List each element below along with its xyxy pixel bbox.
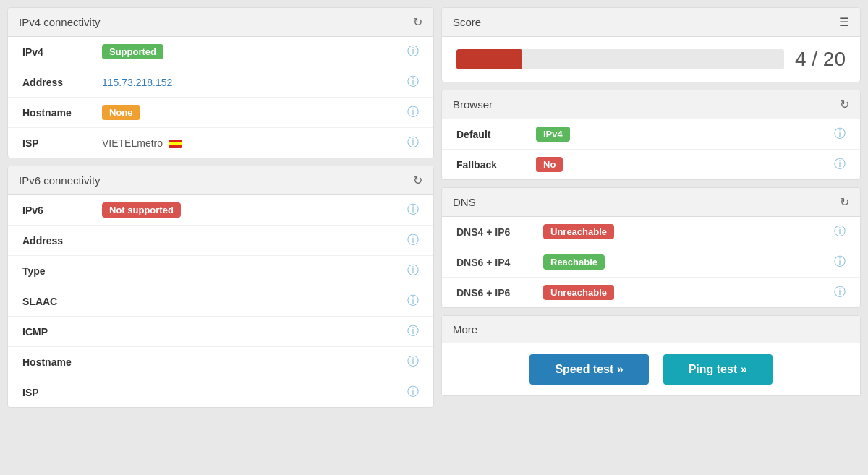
ipv6-refresh-icon[interactable]: ↻ — [413, 174, 422, 187]
dns-row-dns6-ip4: DNS6 + IP4 Reachable ⓘ — [442, 247, 860, 278]
ipv6-info-icon-4[interactable]: ⓘ — [407, 324, 419, 339]
ipv6-label-ipv6: IPv6 — [22, 205, 102, 216]
ipv6-info-icon-6[interactable]: ⓘ — [407, 385, 419, 400]
dns-info-icon-2[interactable]: ⓘ — [834, 285, 846, 300]
ipv4-label-ipv4: IPv4 — [22, 46, 102, 58]
dns-label-dns6-ip4: DNS6 + IP4 — [456, 257, 543, 268]
ipv6-info-icon-2[interactable]: ⓘ — [407, 263, 419, 278]
ipv6-row-slaac: SLAAC ⓘ — [8, 286, 433, 317]
ipv6-info-icon-1[interactable]: ⓘ — [407, 233, 419, 248]
ipv4-refresh-icon[interactable]: ↻ — [413, 15, 422, 29]
ipv6-title: IPv6 connectivity — [19, 174, 101, 187]
score-bar-track — [456, 49, 784, 69]
browser-info-icon-0[interactable]: ⓘ — [834, 127, 846, 142]
ipv6-label-address: Address — [22, 235, 102, 247]
dns-label-dns4-ip6: DNS4 + IP6 — [456, 226, 543, 238]
ipv4-body: IPv4 Supported ⓘ Address 115.73.218.152 … — [8, 37, 433, 158]
score-value: 4 / 20 — [795, 48, 846, 71]
browser-body: Default IPv4 ⓘ Fallback No ⓘ — [442, 119, 860, 179]
ipv4-badge-supported: Supported — [102, 44, 163, 59]
ipv4-row-address: Address 115.73.218.152 ⓘ — [8, 67, 433, 98]
ipv6-row-isp: ISP ⓘ — [8, 377, 433, 407]
browser-card: Browser ↻ Default IPv4 ⓘ Fallback No ⓘ — [441, 90, 861, 180]
ipv4-value-address: 115.73.218.152 — [102, 77, 407, 88]
dns-row-dns4-ip6: DNS4 + IP6 Unreachable ⓘ — [442, 217, 860, 247]
dns-body: DNS4 + IP6 Unreachable ⓘ DNS6 + IP4 Reac… — [442, 217, 860, 307]
score-header: Score ☰ — [442, 8, 860, 37]
browser-title: Browser — [453, 98, 493, 111]
dns-label-dns6-ip6: DNS6 + IP6 — [456, 287, 543, 299]
dns-refresh-icon[interactable]: ↻ — [840, 195, 849, 209]
ipv4-row-hostname: Hostname None ⓘ — [8, 98, 433, 128]
left-column: IPv4 connectivity ↻ IPv4 Supported ⓘ Add… — [7, 7, 434, 468]
ipv4-row-isp: ISP VIETELmetro ⓘ — [8, 128, 433, 158]
browser-refresh-icon[interactable]: ↻ — [840, 98, 849, 111]
ipv6-header: IPv6 connectivity ↻ — [8, 166, 433, 195]
ping-test-button[interactable]: Ping test » — [663, 354, 773, 385]
ipv4-info-icon-2[interactable]: ⓘ — [407, 105, 419, 120]
dns-title: DNS — [453, 196, 476, 208]
ipv6-label-type: Type — [22, 265, 102, 277]
ipv6-label-slaac: SLAAC — [22, 296, 102, 307]
dns-card: DNS ↻ DNS4 + IP6 Unreachable ⓘ DNS6 + IP… — [441, 187, 861, 308]
ipv4-title: IPv4 connectivity — [19, 16, 101, 28]
ipv4-value-hostname: None — [102, 105, 407, 120]
dns-badge-unreachable-0: Unreachable — [543, 224, 614, 239]
dns-value-dns6-ip6: Unreachable — [543, 285, 834, 300]
ipv4-value-ipv4: Supported — [102, 44, 407, 59]
ipv4-info-icon-0[interactable]: ⓘ — [407, 44, 419, 59]
ipv4-badge-none: None — [102, 105, 140, 120]
score-card: Score ☰ 4 / 20 — [441, 7, 861, 82]
ipv4-info-icon-1[interactable]: ⓘ — [407, 74, 419, 90]
browser-row-default: Default IPv4 ⓘ — [442, 119, 860, 150]
dns-badge-reachable: Reachable — [543, 254, 605, 270]
browser-info-icon-1[interactable]: ⓘ — [834, 157, 846, 172]
dns-header: DNS ↻ — [442, 188, 860, 217]
browser-label-default: Default — [456, 129, 536, 140]
ipv6-row-icmp: ICMP ⓘ — [8, 317, 433, 347]
ipv6-info-icon-5[interactable]: ⓘ — [407, 354, 419, 369]
dns-badge-unreachable-1: Unreachable — [543, 285, 614, 300]
ipv4-label-isp: ISP — [22, 137, 102, 149]
more-title: More — [453, 323, 477, 335]
browser-badge-ipv4: IPv4 — [536, 127, 570, 142]
browser-value-default: IPv4 — [536, 127, 834, 142]
ipv6-value-ipv6: Not supported — [102, 202, 407, 218]
more-body: Speed test » Ping test » — [442, 343, 860, 395]
more-header: More — [442, 316, 860, 343]
ipv4-card: IPv4 connectivity ↻ IPv4 Supported ⓘ Add… — [7, 7, 434, 158]
dns-info-icon-0[interactable]: ⓘ — [834, 224, 846, 239]
dns-row-dns6-ip6: DNS6 + IP6 Unreachable ⓘ — [442, 278, 860, 307]
speed-test-button[interactable]: Speed test » — [529, 354, 648, 385]
ipv4-header: IPv4 connectivity ↻ — [8, 8, 433, 37]
browser-label-fallback: Fallback — [456, 159, 536, 171]
dns-value-dns6-ip4: Reachable — [543, 254, 834, 270]
browser-badge-no: No — [536, 157, 563, 172]
score-list-icon[interactable]: ☰ — [839, 15, 849, 29]
ipv6-badge-not-supported: Not supported — [102, 202, 181, 218]
browser-header: Browser ↻ — [442, 90, 860, 119]
ipv6-label-icmp: ICMP — [22, 326, 102, 338]
ipv6-label-hostname: Hostname — [22, 356, 102, 368]
vietnam-flag-icon — [169, 140, 182, 148]
ipv6-row-address: Address ⓘ — [8, 226, 433, 256]
ipv6-card: IPv6 connectivity ↻ IPv6 Not supported ⓘ… — [7, 166, 434, 408]
ipv6-row-hostname: Hostname ⓘ — [8, 347, 433, 377]
ipv6-row-ipv6: IPv6 Not supported ⓘ — [8, 195, 433, 226]
ipv6-info-icon-3[interactable]: ⓘ — [407, 294, 419, 309]
ipv4-info-icon-3[interactable]: ⓘ — [407, 135, 419, 150]
score-title: Score — [453, 16, 481, 28]
browser-row-fallback: Fallback No ⓘ — [442, 150, 860, 179]
ipv4-label-hostname: Hostname — [22, 107, 102, 119]
score-bar-container: 4 / 20 — [442, 37, 860, 82]
ipv4-row-ipv4: IPv4 Supported ⓘ — [8, 37, 433, 67]
more-card: More Speed test » Ping test » — [441, 315, 861, 396]
ipv6-info-icon-0[interactable]: ⓘ — [407, 202, 419, 218]
right-column: Score ☰ 4 / 20 Browser ↻ Default IPv4 — [441, 7, 861, 468]
dns-value-dns4-ip6: Unreachable — [543, 224, 834, 239]
ipv4-value-isp: VIETELmetro — [102, 137, 407, 149]
dns-info-icon-1[interactable]: ⓘ — [834, 254, 846, 270]
ipv6-row-type: Type ⓘ — [8, 256, 433, 286]
ipv4-address-link[interactable]: 115.73.218.152 — [102, 77, 172, 88]
ipv4-label-address: Address — [22, 77, 102, 88]
